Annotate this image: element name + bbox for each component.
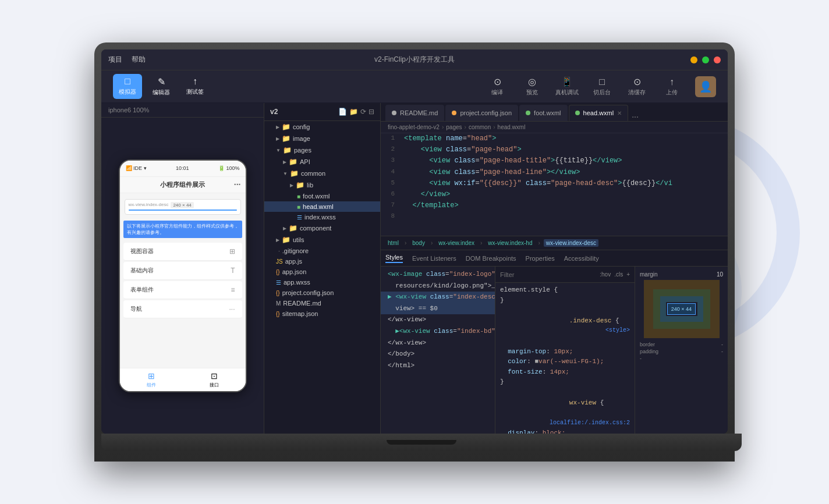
device-debug-action[interactable]: 📱 真机调试 [555,76,579,97]
more-tabs-button[interactable]: ··· [632,112,639,121]
expand-icon: ▶ [283,159,286,165]
maximize-button[interactable] [702,56,709,63]
close-button[interactable] [714,56,721,63]
inspector-left: <wx-image class="index-logo" src="../res… [381,267,495,434]
filter-cls[interactable]: .cls [614,271,623,278]
line-number: 6 [381,189,399,200]
main-toolbar: □ 模拟器 ✎ 编辑器 ↑ 测试签 ⊙ 编译 ◎ [101,70,728,103]
tab-close-icon[interactable]: ✕ [617,110,622,116]
html-line-1: resources/kind/logo.png">_</wx-image> [381,281,495,292]
style-rule-indexdesc-close: } [500,377,630,388]
phone-more-button[interactable]: ··· [234,180,241,189]
minimize-button[interactable] [690,56,697,63]
laptop-base [101,434,742,451]
tree-item-head-wxml[interactable]: ■ head.wxml [264,201,380,212]
code-editor[interactable]: 1 <template name="head"> 2 <view class="… [381,133,728,236]
elem-tag-wxviewindex[interactable]: wx-view.index [436,239,477,247]
tree-item-api[interactable]: ▶ 📁 API [264,156,380,168]
tree-item-projectjson[interactable]: {} project.config.json [264,288,380,298]
bottom-dash: - [640,356,642,361]
devtools-tab-styles[interactable]: Styles [385,254,403,263]
collapse-icon[interactable]: ⊟ [369,108,374,116]
element-breadcrumb-bar: html › body › wx-view.index › wx-view.in… [381,236,728,250]
phone-tab-0[interactable]: ⊞ 组件 [120,368,183,391]
tree-item-component[interactable]: ▶ 📁 component [264,222,380,234]
html-source-view[interactable]: <wx-image class="index-logo" src="../res… [381,267,495,434]
phone-menu-item-3[interactable]: 导航 ··· [123,300,242,318]
new-folder-icon[interactable]: 📁 [349,108,358,116]
editor-tab-projectjson[interactable]: project.config.json [445,105,518,121]
tree-item-image[interactable]: ▶ 📁 image [264,133,380,144]
html-line-3: view> == $0 [381,303,495,315]
menu-help[interactable]: 帮助 [132,55,146,65]
line-content: <view class="page-head"> [399,144,526,155]
simulator-panel: iphone6 100% 📶 IDE ▾ 10:01 🔋 100% 小程序组件展… [101,103,264,434]
js-file-icon: JS [276,258,283,265]
elem-tag-html[interactable]: html [385,239,401,247]
elem-tag-wxviewindexhd[interactable]: wx-view.index-hd [486,239,534,247]
elem-tag-body[interactable]: body [410,239,427,247]
compile-action[interactable]: ⊙ 编译 [486,76,509,97]
preview-action[interactable]: ◎ 预览 [520,76,544,97]
editor-area: README.md project.config.json foot.wxml … [381,103,728,434]
phone-device: 📶 IDE ▾ 10:01 🔋 100% 小程序组件展示 ··· wx-view [119,159,247,392]
upload-action[interactable]: ↑ 上传 [660,77,683,97]
devtools-tab-properties[interactable]: Properties [526,255,555,262]
tree-item-config[interactable]: ▶ 📁 config [264,121,380,133]
line-number: 1 [381,133,399,144]
tree-item-label: index.wxss [304,214,336,221]
box-model-label: margin [640,271,658,278]
tree-item-appjson[interactable]: {} app.json [264,267,380,277]
toolbar-simulator-button[interactable]: □ 模拟器 [113,74,142,99]
toolbar-editor-button[interactable]: ✎ 编辑器 [147,74,176,99]
tree-item-utils[interactable]: ▶ 📁 utils [264,234,380,246]
tree-item-label: foot.wxml [303,193,330,200]
phone-menu-item-0[interactable]: 视图容器 ⊞ [123,243,242,261]
styles-filter-input[interactable] [500,271,596,278]
editor-tab-headwxml[interactable]: head.wxml ✕ [569,105,629,121]
tree-item-common[interactable]: ▼ 📁 common [264,168,380,179]
menu-project[interactable]: 项目 [108,55,122,65]
new-file-icon[interactable]: 📄 [338,108,347,116]
line-content: <view class="page-head-title">{{title}}<… [399,155,627,166]
phone-menu-item-1[interactable]: 基础内容 T [123,262,242,280]
tree-item-pages[interactable]: ▼ 📁 pages [264,144,380,156]
expand-icon: ▶ [283,226,286,231]
laptop-screen: 项目 帮助 v2-FinClip小程序开发工具 □ 模拟器 ✎ 编辑器 [101,49,728,434]
tree-item-index-wxss[interactable]: ☰ index.wxss [264,212,380,222]
tree-item-appjs[interactable]: JS app.js [264,256,380,267]
tree-item-appwxss[interactable]: ☰ app.wxss [264,277,380,288]
code-line-3: 3 <view class="page-head-title">{{title}… [381,155,728,166]
status-time: 10:01 [176,165,189,171]
editor-tab-readme[interactable]: README.md [385,105,444,121]
laptop-notch [387,440,456,445]
tree-item-label: app.json [282,268,307,275]
device-icon: 📱 [561,76,573,87]
devtools-tab-eventlisteners[interactable]: Event Listeners [412,255,456,262]
editor-tab-footwxml[interactable]: foot.wxml [519,105,567,121]
tree-item-gitignore[interactable]: · .gitignore [264,246,380,256]
filter-plus[interactable]: + [626,271,630,278]
toolbar-test-button[interactable]: ↑ 测试签 [180,74,210,99]
clear-cache-action[interactable]: ⊙ 清缓存 [625,76,649,97]
upload-icon: ↑ [669,77,674,87]
tree-item-readme[interactable]: M README.md [264,298,380,308]
user-avatar[interactable]: 👤 [695,76,716,97]
style-rule-element: element.style { [500,285,630,296]
background-action[interactable]: □ 切后台 [590,77,614,97]
phone-tab-1[interactable]: ⊡ 接口 [183,368,246,391]
line-number: 4 [381,167,399,178]
filter-pseudo[interactable]: :hov [600,271,611,278]
tab-label-readme: README.md [400,109,438,116]
devtools-tab-accessibility[interactable]: Accessibility [564,255,599,262]
tree-item-sitemapjson[interactable]: {} sitemap.json [264,308,380,319]
menu-item-icon-2: ≡ [231,286,235,294]
phone-menu-list: 视图容器 ⊞ 基础内容 T 表单组件 ≡ [120,243,246,318]
tree-item-lib[interactable]: ▶ 📁 lib [264,179,380,191]
elem-tag-wxviewindexdesc[interactable]: wx-view.index-desc [544,239,598,247]
tree-item-foot-wxml[interactable]: ■ foot.wxml [264,191,380,201]
phone-menu-item-2[interactable]: 表单组件 ≡ [123,281,242,299]
tab-icon-0: ⊞ [148,371,155,381]
devtools-tab-dombreakpoints[interactable]: DOM Breakpoints [466,255,516,262]
refresh-icon[interactable]: ⟳ [360,108,366,116]
